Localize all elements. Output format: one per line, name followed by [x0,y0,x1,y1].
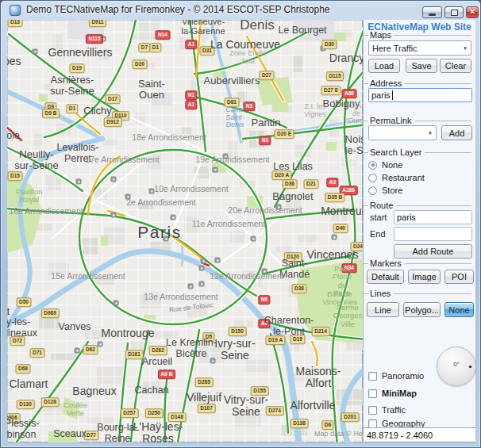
road-badge: D62 [83,345,98,354]
coordinates-value: 48.8719 - 2.4060 [367,431,433,440]
route-start-label: start [370,213,387,222]
checkbox-minimap[interactable]: MiniMap [368,388,417,399]
road-badge: D128 [41,397,60,407]
road-badge: D201 [341,412,360,422]
maximize-icon [451,10,458,16]
marker-button-poi[interactable]: POI [444,270,474,284]
radio-label: Store [382,186,402,195]
road-badge: D27 [260,71,275,80]
poi-icon [276,205,282,210]
map-label: Bourg-la- Reine [97,423,137,443]
compass-control[interactable]: 0° [437,347,476,386]
road-badge: D1 [66,104,78,113]
map-label: Clamart [9,378,48,390]
radio-icon[interactable] [368,174,377,182]
map-label: 19e Arrondissement [195,155,269,164]
road-badge: D19 [70,63,85,73]
checkbox-panoramio[interactable]: Panoramio [368,370,424,381]
minimize-icon [429,13,436,16]
map-label: Ivry-sur- Seine [214,338,255,362]
permalink-add-button[interactable]: Add [441,125,472,140]
road-badge: D9 B [42,109,60,118]
map-label: Le Bourget [278,25,326,36]
map-label: 15e Arrondissement [51,272,125,281]
poi-icon [75,348,80,354]
checkbox-label: MiniMap [382,389,417,398]
map-canvas[interactable]: D13D911N115N14D7D1A1D31D30D20D19D27D115D… [7,20,363,442]
title-bar[interactable]: Demo TECNativeMap for Firemonkey - © 201… [1,1,481,20]
close-icon: ✕ [469,9,475,16]
radio-option-none[interactable]: None [368,159,402,170]
map-label: 2e Arrondissement [126,198,196,207]
checkbox-traffic[interactable]: Traffic [368,404,406,415]
map-label: Ferme Georges Ville [333,304,362,328]
road-badge: D214 [312,327,330,336]
maximize-button[interactable] [444,6,464,18]
poi-icon [201,258,206,264]
map-label: Pantin [252,117,281,128]
permalink-dropdown[interactable]: ▼ [368,125,437,140]
map-label: 13e Arrondissement [144,293,217,301]
map-label: Paris [137,224,181,242]
route-end-input[interactable] [394,227,472,241]
road-badge: A3 [326,178,338,187]
radio-label: Restaurant [382,173,425,182]
map-label: Neuilly- sur-Seine [14,149,59,171]
map-label: Pavillon Royal [16,188,42,205]
clear-button[interactable]: Clear [440,59,471,73]
sidebar-panel: ECNativeMap Web Site Maps Here Traffic ▼… [363,20,475,442]
map-annotations: D13D911N115N14D7D1A1D31D30D20D19D27D115D… [7,20,363,442]
checkbox-icon[interactable] [368,389,377,398]
road-badge: N6 [258,295,270,304]
marker-button-image[interactable]: Image [408,270,441,284]
route-start-input[interactable] [394,210,472,224]
radio-option-store[interactable]: Store [368,185,402,196]
map-label: 18e Arrondissement [132,133,206,142]
road-badge: N1 [185,90,197,100]
minimize-button[interactable] [422,6,442,18]
road-badge: D36 [283,179,298,189]
radio-icon[interactable] [368,161,377,170]
maps-group-label: Maps [364,30,475,40]
checkbox-icon[interactable] [368,419,377,428]
address-input[interactable] [368,88,472,102]
app-window: Demo TECNativeMap for Firemonkey - © 201… [0,0,481,448]
road-badge: A6 B [158,370,175,379]
map-label: 11e Arrondissement [192,220,266,228]
radio-option-restaurant[interactable]: Restaurant [368,172,425,183]
save-button[interactable]: Save [406,59,437,73]
map-label: Vanves [59,322,91,333]
road-badge: D20 [133,59,148,69]
road-badge: D24 [351,242,363,251]
road-badge: D68 [16,364,31,373]
route-end-label: End [370,229,386,239]
poi-icon [164,236,169,242]
poi-icon [171,215,176,220]
poi-icon [332,235,337,240]
road-badge: A4 [258,319,270,328]
road-badge: D250 [145,408,164,418]
checkbox-icon[interactable] [368,372,377,381]
map-label: 17e Arrondissement [85,155,159,164]
line-button-polygo[interactable]: Polygo... [403,302,441,317]
poi-icon [223,154,229,159]
line-button-line[interactable]: Line [367,302,399,317]
poi-icon [213,167,218,173]
map-label: Issy-les- Moulineaux [7,317,37,339]
map-label: Courbevoie [7,131,20,142]
load-button[interactable]: Load [368,59,400,73]
route-group-label: Route [364,201,475,210]
close-button[interactable]: ✕ [466,6,479,18]
add-route-button[interactable]: Add Route [394,244,472,258]
poi-icon [215,258,221,263]
marker-button-default[interactable]: Default [367,270,404,284]
maps-dropdown[interactable]: Here Traffic ▼ [368,40,471,56]
permalink-group-label: PermaLink [364,116,475,125]
checkbox-icon[interactable] [368,406,377,415]
map-label: Z.I. les Vignes [304,103,325,118]
line-button-none[interactable]: None [444,302,474,317]
road-badge: D71 [30,348,45,358]
map-label: 16e Arrondissement [9,207,83,216]
radio-icon[interactable] [368,186,377,195]
road-badge: D15 [8,171,23,181]
